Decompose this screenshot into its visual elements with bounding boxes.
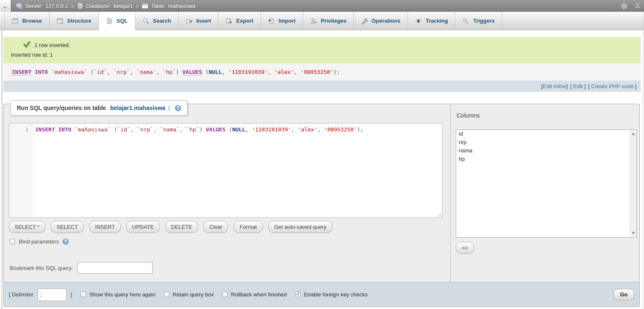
bracket: [: [588, 83, 591, 89]
scroll-up-icon[interactable]: [630, 131, 636, 137]
tab-structure[interactable]: Structure: [49, 12, 99, 30]
columns-title: Columns: [457, 112, 480, 119]
operations-icon: [361, 18, 368, 24]
tab-browse[interactable]: Browse: [4, 12, 49, 30]
rollback-when-finished-checkbox[interactable]: [222, 292, 228, 297]
tools-bar: [Edit inline] [ Edit ] [ Create PHP code…: [3, 81, 641, 92]
select-button[interactable]: SELECT: [51, 221, 84, 233]
export-icon: [226, 18, 232, 24]
tab-insert[interactable]: Insert: [179, 12, 218, 30]
column-option-hp[interactable]: hp: [456, 155, 636, 163]
breadcrumb-item-database: Database:belajar1: [77, 3, 133, 9]
column-option-nrp[interactable]: nrp: [456, 138, 636, 147]
bind-parameters-checkbox[interactable]: [10, 239, 15, 244]
table-link[interactable]: belajar1.mahasiswa: [110, 105, 166, 111]
delimiter-label: [ Delimiter: [9, 291, 34, 298]
tab-operations[interactable]: Operations: [354, 12, 408, 30]
tab-triggers[interactable]: Triggers: [455, 12, 502, 30]
scroll-down-icon[interactable]: [630, 230, 636, 236]
resize-grip-icon[interactable]: [437, 212, 441, 217]
query-options-footer: [ Delimiter ] Show this query here again…: [3, 282, 640, 307]
breadcrumb-label: Server:: [25, 3, 43, 9]
insert-button[interactable]: INSERT: [89, 221, 121, 233]
enable-foreign-key-checks-checkbox[interactable]: [295, 292, 301, 297]
column-option-id[interactable]: id: [456, 130, 636, 138]
update-button[interactable]: UPDATE: [126, 221, 160, 233]
breadcrumb-items: Server:127.0.0.1»Database:belajar1»Table…: [16, 3, 195, 9]
clear-button[interactable]: Clear: [203, 221, 228, 233]
columns-options: idnrpnamahp: [456, 130, 636, 163]
svg-text:?: ?: [177, 106, 179, 110]
collapse-columns-button[interactable]: <<: [456, 242, 474, 254]
delimiter-close-bracket: ]: [71, 291, 73, 298]
structure-icon: [57, 18, 63, 24]
checkbox-label: Enable foreign key checks: [304, 291, 368, 298]
tool-item: [ Create PHP code ]: [588, 83, 636, 89]
legend-colon: :: [168, 105, 170, 111]
success-message: 1 row inserted. Inserted row id: 1: [3, 37, 641, 63]
sql-editor[interactable]: 1 INSERT INTO `mahasiswa` (`id`, `nrp`, …: [9, 123, 442, 218]
bookmark-input[interactable]: [77, 262, 153, 274]
edit-inline-link[interactable]: Edit inline: [543, 83, 566, 89]
import-icon: [268, 18, 275, 24]
legend-text: Run SQL query/queries on table: [17, 105, 108, 111]
tab-label: Operations: [371, 18, 400, 24]
back-button[interactable]: ←: [0, 0, 11, 12]
select-star-button[interactable]: SELECT *: [9, 221, 45, 233]
bookmark-row: Bookmark this SQL query:: [10, 262, 153, 274]
columns-listbox[interactable]: idnrpnamahp: [456, 129, 637, 238]
query-template-buttons: SELECT *SELECTINSERTUPDATEDELETEClearFor…: [9, 221, 332, 233]
editor-code: INSERT INTO `mahasiswa` (`id`, `nrp`, `n…: [35, 126, 364, 133]
bind-parameters-row: Bind parameters ?: [10, 238, 69, 245]
database-icon: [77, 3, 83, 9]
tab-sql[interactable]: SQL: [99, 12, 135, 30]
retain-query-box-checkbox[interactable]: [164, 292, 169, 297]
check-icon: [23, 41, 31, 49]
column-option-nama[interactable]: nama: [456, 147, 636, 155]
tab-privileges[interactable]: Privileges: [303, 12, 354, 30]
columns-panel: Columns idnrpnamahp <<: [450, 104, 639, 282]
tab-import[interactable]: Import: [261, 12, 303, 30]
tab-tracking[interactable]: Tracking: [408, 12, 455, 30]
tab-label: Privileges: [321, 18, 346, 24]
delete-button[interactable]: DELETE: [165, 221, 198, 233]
inserted-row-id-text: Inserted row id: 1: [11, 52, 636, 59]
gear-icon[interactable]: [621, 3, 628, 10]
format-button[interactable]: Format: [234, 221, 262, 233]
query-result-block: 1 row inserted. Inserted row id: 1 INSER…: [3, 37, 641, 92]
breadcrumb-value-127-0-0-1[interactable]: 127.0.0.1: [45, 3, 68, 9]
edit-link[interactable]: Edit: [573, 83, 582, 89]
tab-label: Tracking: [426, 18, 448, 24]
bracket: ]: [566, 83, 568, 89]
tab-label: Browse: [22, 18, 42, 24]
listbox-scrollbar[interactable]: [630, 130, 636, 237]
go-button[interactable]: Go: [613, 289, 634, 300]
tab-label: SQL: [117, 18, 128, 24]
tab-label: Structure: [67, 18, 91, 24]
help-icon[interactable]: ?: [62, 238, 69, 245]
tracking-icon: [415, 18, 422, 24]
tab-search[interactable]: Search: [135, 12, 179, 30]
show-this-query-here-again-checkbox[interactable]: [80, 292, 86, 297]
server-icon: [16, 3, 23, 9]
tab-export[interactable]: Export: [218, 12, 261, 30]
tool-item: [ Edit ]: [570, 83, 586, 89]
get-auto-saved-query-button[interactable]: Get auto-saved query: [268, 221, 332, 233]
collapse-icon[interactable]: [634, 3, 641, 9]
enable-foreign-key-checks-option: Enable foreign key checks: [295, 291, 368, 298]
line-number: 1: [25, 126, 29, 133]
create-php-code-link[interactable]: Create PHP code: [591, 83, 634, 89]
checkbox-label: Rollback when finished: [231, 291, 287, 298]
sql-query-form: 1 INSERT INTO `mahasiswa` (`id`, `nrp`, …: [3, 104, 640, 282]
svg-text:?: ?: [65, 239, 67, 244]
breadcrumb-value-belajar1[interactable]: belajar1: [114, 3, 133, 9]
tab-label: Insert: [196, 18, 211, 24]
executed-sql-preview: INSERT INTO `mahasiswa` (`id`, `nrp`, `n…: [3, 63, 641, 81]
breadcrumb-label: Database:: [86, 3, 111, 9]
success-text: 1 row inserted.: [34, 42, 70, 48]
help-icon[interactable]: ?: [175, 105, 181, 111]
bind-parameters-label: Bind parameters: [19, 238, 59, 245]
show-this-query-here-again-option: Show this query here again: [80, 291, 156, 298]
delimiter-input[interactable]: [38, 288, 67, 301]
breadcrumb-value-mahasiswa[interactable]: mahasiswa: [168, 3, 195, 9]
